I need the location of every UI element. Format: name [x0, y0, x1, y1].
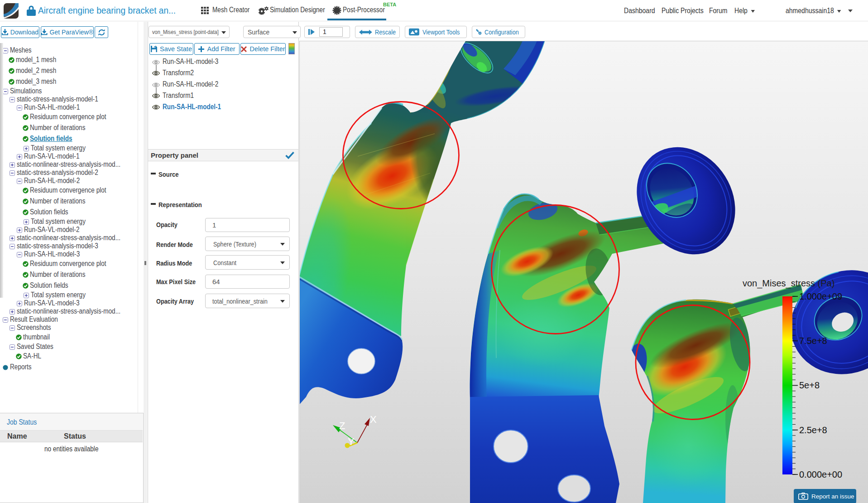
- svg-text:2.5e+8: 2.5e+8: [799, 425, 827, 435]
- svg-text:0.000e+00: 0.000e+00: [799, 469, 842, 479]
- svg-text:1.000e+09: 1.000e+09: [799, 291, 842, 301]
- svg-text:X: X: [370, 414, 377, 425]
- svg-text:7.5e+8: 7.5e+8: [799, 336, 827, 346]
- svg-text:Z: Z: [339, 420, 345, 431]
- svg-text:5e+8: 5e+8: [799, 380, 820, 390]
- svg-text:von_Mises_stress (Pa): von_Mises_stress (Pa): [743, 278, 834, 289]
- svg-text:Y: Y: [348, 436, 355, 447]
